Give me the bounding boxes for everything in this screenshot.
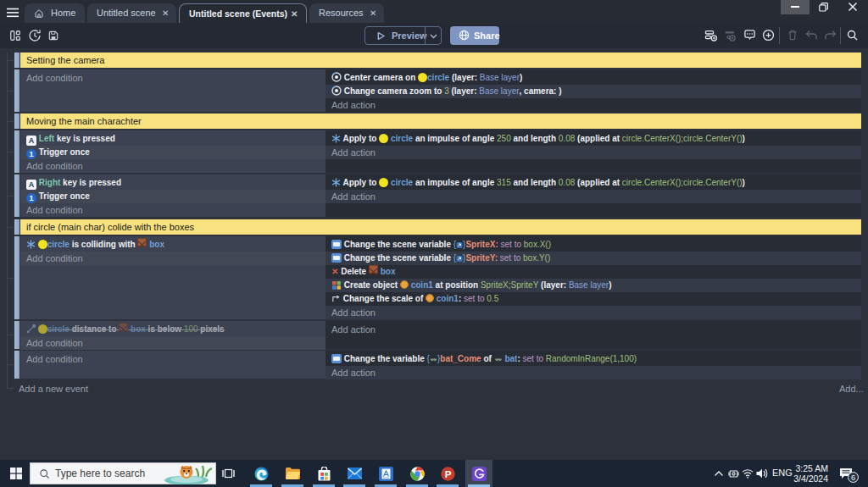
svg-text:P: P [445,469,452,479]
